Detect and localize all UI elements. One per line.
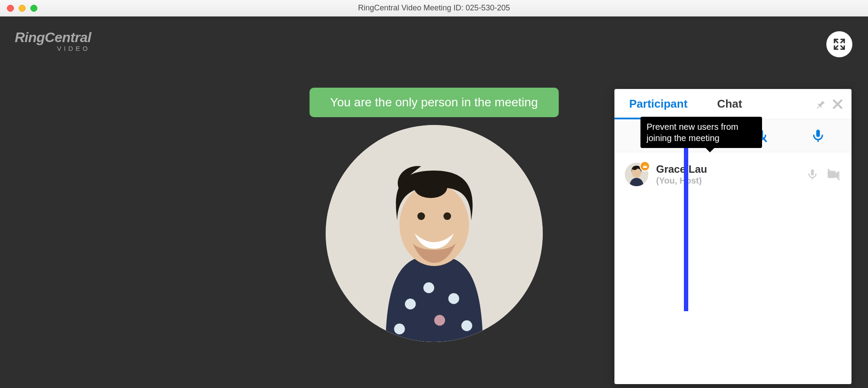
- participant-name: Grace Lau: [656, 163, 799, 176]
- self-video-avatar: [326, 125, 543, 342]
- fullscreen-button[interactable]: [826, 31, 852, 57]
- status-toast-text: You are the only person in the meeting: [330, 95, 538, 109]
- annotation-arrow: [684, 146, 688, 311]
- brand-name: RingCentral: [15, 30, 91, 46]
- window-titlebar: RingCentral Video Meeting ID: 025-530-20…: [0, 0, 868, 16]
- panel-tabs: Participant Chat: [614, 89, 851, 119]
- fullscreen-icon: [833, 38, 846, 51]
- participant-camera-off-icon[interactable]: [826, 168, 841, 181]
- participant-row[interactable]: Grace Lau (You, Host): [623, 158, 843, 191]
- svg-rect-16: [816, 129, 820, 137]
- tab-chat-label: Chat: [717, 97, 742, 111]
- unmute-all-button[interactable]: [805, 123, 831, 149]
- tooltip-text: Prevent new users from joining the meeti…: [647, 122, 738, 143]
- status-toast: You are the only person in the meeting: [309, 88, 558, 117]
- svg-rect-19: [811, 169, 814, 175]
- pin-panel-button[interactable]: [810, 89, 831, 119]
- close-panel-button[interactable]: [831, 89, 851, 119]
- brand-logo: RingCentral VIDEO: [15, 30, 91, 52]
- svg-point-9: [417, 212, 425, 220]
- brand-subtitle: VIDEO: [15, 45, 91, 52]
- svg-point-7: [434, 315, 445, 326]
- window-title: RingCentral Video Meeting ID: 025-530-20…: [0, 3, 868, 13]
- crown-icon: [642, 164, 648, 169]
- avatar-illustration: [326, 125, 543, 342]
- svg-point-4: [448, 293, 459, 304]
- svg-point-6: [394, 324, 405, 335]
- svg-point-3: [423, 283, 434, 293]
- participant-avatar: [625, 163, 648, 186]
- host-badge: [640, 161, 650, 171]
- participant-list: Grace Lau (You, Host): [614, 152, 851, 384]
- participant-info: Grace Lau (You, Host): [656, 163, 799, 186]
- tab-chat[interactable]: Chat: [702, 89, 757, 119]
- svg-point-10: [443, 212, 451, 220]
- participant-role: (You, Host): [656, 175, 799, 186]
- mic-icon: [811, 128, 825, 143]
- pin-icon: [814, 98, 826, 110]
- participant-status-icons: [806, 168, 841, 181]
- participants-panel: Participant Chat Prevent new users from …: [614, 89, 851, 384]
- participant-mic-icon[interactable]: [806, 168, 818, 181]
- lock-meeting-tooltip: Prevent new users from joining the meeti…: [640, 117, 762, 148]
- tab-participant-label: Participant: [629, 97, 687, 111]
- svg-point-5: [461, 320, 472, 331]
- close-icon: [831, 98, 844, 111]
- video-stage: RingCentral VIDEO You are the only perso…: [0, 16, 868, 388]
- tab-participant[interactable]: Participant: [614, 89, 702, 119]
- svg-point-2: [405, 299, 416, 309]
